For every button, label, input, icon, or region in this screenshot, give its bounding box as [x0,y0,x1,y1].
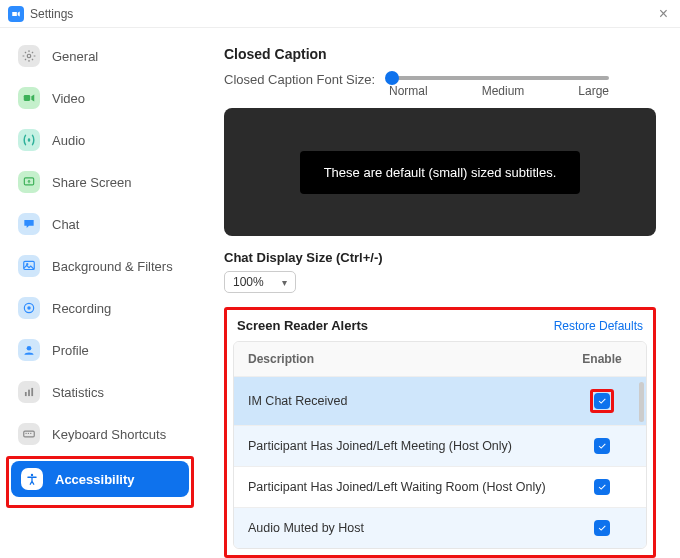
stats-icon [18,381,40,403]
enable-checkbox[interactable] [594,393,610,409]
sidebar-item-accessibility[interactable]: Accessibility [11,461,189,497]
sidebar-item-label: General [52,49,98,64]
sidebar-item-label: Profile [52,343,89,358]
alert-row[interactable]: IM Chat Received [234,376,646,425]
sidebar-item-keyboard-shortcuts[interactable]: Keyboard Shortcuts [8,416,192,452]
alerts-list: Description Enable IM Chat ReceivedParti… [233,341,647,549]
chat-size-value: 100% [233,275,264,289]
share-icon [18,171,40,193]
sidebar-item-video[interactable]: Video [8,80,192,116]
sidebar-item-chat[interactable]: Chat [8,206,192,242]
bg-icon [18,255,40,277]
sidebar-item-label: Chat [52,217,79,232]
slider-mark-medium: Medium [482,84,525,98]
alert-description: Audio Muted by Host [248,521,572,535]
cc-font-size-label: Closed Caption Font Size: [224,70,375,87]
svg-point-0 [27,54,31,58]
svg-rect-14 [28,433,29,434]
svg-rect-2 [28,138,30,142]
slider-thumb[interactable] [385,71,399,85]
subtitle-preview: These are default (small) sized subtitle… [224,108,656,236]
screen-reader-alerts-panel: Screen Reader Alerts Restore Defaults De… [224,307,656,558]
alert-description: Participant Has Joined/Left Meeting (Hos… [248,439,572,453]
alert-enable-cell [572,520,632,536]
svg-rect-13 [26,433,27,434]
cc-font-size-slider[interactable]: Normal Medium Large [389,70,609,98]
chat-icon [18,213,40,235]
enable-checkbox[interactable] [594,438,610,454]
sidebar-item-label: Accessibility [55,472,135,487]
alert-enable-cell [572,479,632,495]
app-icon [8,6,24,22]
sidebar-item-label: Audio [52,133,85,148]
rec-icon [18,297,40,319]
video-icon [18,87,40,109]
sidebar-item-label: Recording [52,301,111,316]
alert-description: Participant Has Joined/Left Waiting Room… [248,480,572,494]
slider-mark-large: Large [578,84,609,98]
sidebar-item-audio[interactable]: Audio [8,122,192,158]
sidebar-item-background-filters[interactable]: Background & Filters [8,248,192,284]
sidebar-item-label: Video [52,91,85,106]
audio-icon [18,129,40,151]
enable-checkbox[interactable] [594,520,610,536]
svg-point-7 [27,306,31,310]
sidebar-item-statistics[interactable]: Statistics [8,374,192,410]
sidebar-item-label: Background & Filters [52,259,173,274]
alert-row[interactable]: Participant Has Joined/Left Waiting Room… [234,466,646,507]
subtitle-text: These are default (small) sized subtitle… [300,151,581,194]
gear-icon [18,45,40,67]
alerts-title: Screen Reader Alerts [237,318,368,333]
chat-display-size-title: Chat Display Size (Ctrl+/-) [224,250,656,265]
titlebar: Settings × [0,0,680,28]
svg-rect-11 [31,388,33,396]
alert-description: IM Chat Received [248,394,572,408]
col-enable: Enable [572,352,632,366]
svg-rect-9 [25,392,27,396]
alert-enable-cell [572,438,632,454]
sidebar-item-label: Share Screen [52,175,132,190]
access-icon [21,468,43,490]
svg-point-16 [31,474,33,476]
svg-point-8 [27,346,32,351]
window-title: Settings [30,7,655,21]
svg-rect-10 [28,390,30,396]
scrollbar[interactable] [639,382,644,422]
close-button[interactable]: × [655,5,672,23]
svg-rect-1 [24,95,30,101]
chat-size-select[interactable]: 100% ▾ [224,271,296,293]
sidebar-item-profile[interactable]: Profile [8,332,192,368]
svg-rect-15 [30,433,31,434]
kbd-icon [18,423,40,445]
alert-row[interactable]: Participant Has Joined/Left Meeting (Hos… [234,425,646,466]
chevron-down-icon: ▾ [282,277,287,288]
sidebar-item-share-screen[interactable]: Share Screen [8,164,192,200]
sidebar: GeneralVideoAudioShare ScreenChatBackgro… [0,28,200,558]
enable-checkbox[interactable] [594,479,610,495]
sidebar-item-general[interactable]: General [8,38,192,74]
alert-enable-cell [572,389,632,413]
slider-mark-normal: Normal [389,84,428,98]
alert-row[interactable]: Audio Muted by Host [234,507,646,548]
sidebar-item-label: Statistics [52,385,104,400]
closed-caption-title: Closed Caption [224,46,656,62]
sidebar-item-label: Keyboard Shortcuts [52,427,166,442]
col-description: Description [248,352,572,366]
restore-defaults-link[interactable]: Restore Defaults [554,319,643,333]
sidebar-item-recording[interactable]: Recording [8,290,192,326]
content-pane: Closed Caption Closed Caption Font Size:… [200,28,680,558]
user-icon [18,339,40,361]
